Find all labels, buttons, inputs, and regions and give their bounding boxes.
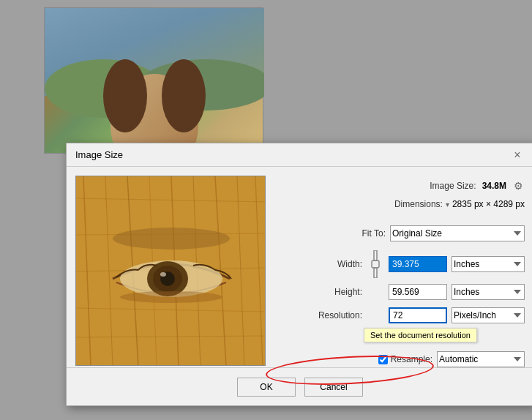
dialog-title: Image Size [75, 149, 123, 160]
dimensions-label: Dimensions: [394, 199, 443, 209]
height-units-select[interactable]: Inches Pixels Centimeters [452, 284, 525, 300]
dialog-title-bar: Image Size × [67, 143, 532, 167]
resample-select[interactable]: Automatic Preserve Details 2.0 Bicubic S… [437, 351, 525, 367]
svg-point-5 [162, 59, 206, 132]
image-size-row: Image Size: 34.8M ⚙ [277, 179, 525, 193]
height-input[interactable] [389, 284, 447, 300]
image-preview [75, 176, 266, 366]
resolution-units-select[interactable]: Pixels/Inch Pixels/Centimeter [452, 307, 525, 323]
svg-rect-30 [374, 250, 377, 260]
resample-label[interactable]: Resample: [378, 354, 432, 364]
dimensions-arrow: ▾ [446, 200, 449, 209]
link-icon-area [367, 250, 384, 278]
svg-rect-32 [374, 268, 377, 278]
resolution-label: Resolution: [311, 310, 362, 320]
width-label: Width: [311, 259, 362, 269]
resolution-row: Resolution: Pixels/Inch Pixels/Centimete… [277, 307, 525, 323]
image-size-dialog: Image Size × [66, 143, 532, 406]
resample-checkbox[interactable] [378, 355, 388, 364]
resample-row: Resample: Automatic Preserve Details 2.0… [277, 351, 525, 367]
svg-rect-31 [372, 260, 379, 268]
resolution-tooltip: Set the document resolution [364, 328, 477, 342]
dialog-content: Image Size: 34.8M ⚙ Dimensions: ▾ 2835 p… [67, 167, 532, 367]
width-units-select[interactable]: Inches Pixels Centimeters [452, 256, 525, 272]
fit-to-select[interactable]: Original Size View Custom... [390, 225, 525, 241]
fit-to-row: Fit To: Original Size View Custom... [277, 225, 525, 241]
cancel-button[interactable]: Cancel [304, 378, 363, 397]
dimensions-value: 2835 px × 4289 px [452, 199, 525, 209]
settings-panel: Image Size: 34.8M ⚙ Dimensions: ▾ 2835 p… [277, 176, 525, 359]
gear-button[interactable]: ⚙ [512, 179, 525, 193]
dimensions-row: Dimensions: ▾ 2835 px × 4289 px [277, 199, 525, 209]
width-row: Width: Inches Pixels Centimeters [277, 250, 525, 278]
resolution-input[interactable] [389, 307, 447, 323]
dialog-footer: OK Cancel [67, 367, 532, 405]
svg-rect-29 [76, 176, 266, 366]
svg-point-4 [103, 59, 147, 132]
width-input[interactable] [389, 256, 447, 272]
fit-to-label: Fit To: [334, 228, 386, 239]
close-button[interactable]: × [510, 148, 525, 162]
link-icon [369, 250, 382, 278]
image-size-label: Image Size: [430, 181, 476, 191]
image-size-value: 34.8M [482, 181, 506, 191]
height-label: Height: [311, 287, 362, 297]
background-painting [44, 7, 263, 154]
height-row: Height: Inches Pixels Centimeters [277, 284, 525, 300]
resample-text: Resample: [391, 354, 432, 364]
ok-button[interactable]: OK [237, 378, 296, 397]
